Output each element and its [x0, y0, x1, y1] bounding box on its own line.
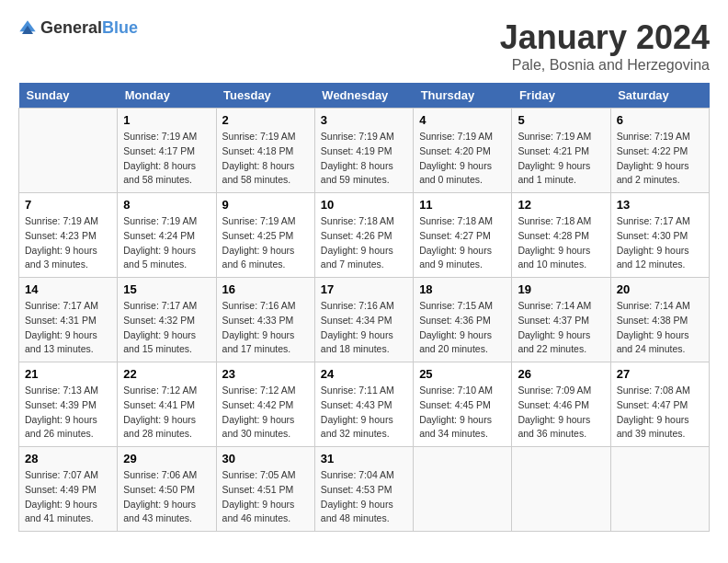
header-friday: Friday: [512, 83, 610, 109]
day-cell: 3Sunrise: 7:19 AMSunset: 4:19 PMDaylight…: [314, 109, 413, 193]
day-cell: 6Sunrise: 7:19 AMSunset: 4:22 PMDaylight…: [610, 109, 709, 193]
day-cell: [414, 447, 512, 532]
day-info: Sunrise: 7:19 AMSunset: 4:20 PMDaylight:…: [419, 130, 506, 188]
week-row-1: 1Sunrise: 7:19 AMSunset: 4:17 PMDaylight…: [19, 109, 710, 193]
day-info: Sunrise: 7:08 AMSunset: 4:47 PMDaylight:…: [617, 384, 703, 442]
day-cell: 11Sunrise: 7:18 AMSunset: 4:27 PMDayligh…: [414, 193, 512, 278]
day-number: 6: [617, 113, 703, 127]
day-cell: 18Sunrise: 7:15 AMSunset: 4:36 PMDayligh…: [414, 278, 512, 362]
day-info: Sunrise: 7:16 AMSunset: 4:34 PMDaylight:…: [321, 299, 407, 357]
day-number: 15: [123, 282, 210, 296]
header-wednesday: Wednesday: [314, 83, 413, 109]
calendar-header-row: SundayMondayTuesdayWednesdayThursdayFrid…: [19, 83, 710, 109]
day-cell: 5Sunrise: 7:19 AMSunset: 4:21 PMDaylight…: [512, 109, 610, 193]
day-number: 3: [321, 113, 407, 127]
day-cell: 7Sunrise: 7:19 AMSunset: 4:23 PMDaylight…: [19, 193, 118, 278]
day-info: Sunrise: 7:11 AMSunset: 4:43 PMDaylight:…: [321, 384, 407, 442]
page-header: GeneralBlue January 2024 Pale, Bosnia an…: [18, 18, 710, 74]
day-number: 18: [419, 282, 506, 296]
day-info: Sunrise: 7:18 AMSunset: 4:26 PMDaylight:…: [321, 214, 407, 272]
day-number: 9: [222, 198, 309, 212]
day-info: Sunrise: 7:19 AMSunset: 4:24 PMDaylight:…: [123, 214, 210, 272]
day-cell: 30Sunrise: 7:05 AMSunset: 4:51 PMDayligh…: [216, 447, 314, 532]
header-tuesday: Tuesday: [216, 83, 314, 109]
day-info: Sunrise: 7:17 AMSunset: 4:32 PMDaylight:…: [123, 299, 210, 357]
calendar-table: SundayMondayTuesdayWednesdayThursdayFrid…: [18, 83, 710, 532]
day-cell: 29Sunrise: 7:06 AMSunset: 4:50 PMDayligh…: [118, 447, 216, 532]
title-area: January 2024 Pale, Bosnia and Herzegovin…: [500, 18, 710, 74]
header-saturday: Saturday: [610, 83, 709, 109]
day-cell: 12Sunrise: 7:18 AMSunset: 4:28 PMDayligh…: [512, 193, 610, 278]
day-number: 7: [25, 198, 111, 212]
day-cell: 16Sunrise: 7:16 AMSunset: 4:33 PMDayligh…: [216, 278, 314, 362]
day-cell: 13Sunrise: 7:17 AMSunset: 4:30 PMDayligh…: [610, 193, 709, 278]
day-cell: 24Sunrise: 7:11 AMSunset: 4:43 PMDayligh…: [314, 362, 413, 447]
header-thursday: Thursday: [414, 83, 512, 109]
day-number: 30: [222, 452, 309, 465]
day-number: 16: [222, 282, 309, 296]
week-row-3: 14Sunrise: 7:17 AMSunset: 4:31 PMDayligh…: [19, 278, 710, 362]
day-number: 10: [321, 198, 407, 212]
day-cell: [610, 447, 709, 532]
day-cell: 8Sunrise: 7:19 AMSunset: 4:24 PMDaylight…: [118, 193, 216, 278]
day-number: 8: [123, 198, 210, 212]
day-cell: 22Sunrise: 7:12 AMSunset: 4:41 PMDayligh…: [118, 362, 216, 447]
day-cell: 14Sunrise: 7:17 AMSunset: 4:31 PMDayligh…: [19, 278, 118, 362]
day-cell: 15Sunrise: 7:17 AMSunset: 4:32 PMDayligh…: [118, 278, 216, 362]
day-number: 17: [321, 282, 407, 296]
day-cell: 28Sunrise: 7:07 AMSunset: 4:49 PMDayligh…: [19, 447, 118, 532]
day-number: 22: [123, 367, 210, 381]
header-monday: Monday: [118, 83, 216, 109]
day-cell: 2Sunrise: 7:19 AMSunset: 4:18 PMDaylight…: [216, 109, 314, 193]
day-cell: 4Sunrise: 7:19 AMSunset: 4:20 PMDaylight…: [414, 109, 512, 193]
day-number: 1: [123, 113, 210, 127]
day-cell: 31Sunrise: 7:04 AMSunset: 4:53 PMDayligh…: [314, 447, 413, 532]
day-info: Sunrise: 7:19 AMSunset: 4:18 PMDaylight:…: [222, 130, 309, 188]
day-cell: 27Sunrise: 7:08 AMSunset: 4:47 PMDayligh…: [610, 362, 709, 447]
logo: GeneralBlue: [18, 18, 138, 38]
day-info: Sunrise: 7:18 AMSunset: 4:27 PMDaylight:…: [419, 214, 506, 272]
day-info: Sunrise: 7:15 AMSunset: 4:36 PMDaylight:…: [419, 299, 506, 357]
day-number: 2: [222, 113, 309, 127]
location-title: Pale, Bosnia and Herzegovina: [500, 57, 710, 74]
day-info: Sunrise: 7:16 AMSunset: 4:33 PMDaylight:…: [222, 299, 309, 357]
day-info: Sunrise: 7:14 AMSunset: 4:38 PMDaylight:…: [617, 299, 703, 357]
day-number: 21: [25, 367, 111, 381]
day-number: 26: [518, 367, 604, 381]
day-cell: 19Sunrise: 7:14 AMSunset: 4:37 PMDayligh…: [512, 278, 610, 362]
day-cell: 21Sunrise: 7:13 AMSunset: 4:39 PMDayligh…: [19, 362, 118, 447]
day-info: Sunrise: 7:04 AMSunset: 4:53 PMDaylight:…: [321, 468, 407, 526]
month-title: January 2024: [500, 18, 710, 57]
logo-blue-text: Blue: [102, 18, 138, 37]
day-info: Sunrise: 7:19 AMSunset: 4:25 PMDaylight:…: [222, 214, 309, 272]
week-row-5: 28Sunrise: 7:07 AMSunset: 4:49 PMDayligh…: [19, 447, 710, 532]
day-number: 13: [617, 198, 703, 212]
week-row-2: 7Sunrise: 7:19 AMSunset: 4:23 PMDaylight…: [19, 193, 710, 278]
day-info: Sunrise: 7:07 AMSunset: 4:49 PMDaylight:…: [25, 468, 111, 526]
day-info: Sunrise: 7:13 AMSunset: 4:39 PMDaylight:…: [25, 384, 111, 442]
day-number: 5: [518, 113, 604, 127]
day-cell: 17Sunrise: 7:16 AMSunset: 4:34 PMDayligh…: [314, 278, 413, 362]
week-row-4: 21Sunrise: 7:13 AMSunset: 4:39 PMDayligh…: [19, 362, 710, 447]
day-cell: 25Sunrise: 7:10 AMSunset: 4:45 PMDayligh…: [414, 362, 512, 447]
day-cell: 26Sunrise: 7:09 AMSunset: 4:46 PMDayligh…: [512, 362, 610, 447]
day-number: 23: [222, 367, 309, 381]
logo-general-text: General: [40, 18, 102, 37]
day-info: Sunrise: 7:12 AMSunset: 4:41 PMDaylight:…: [123, 384, 210, 442]
day-number: 27: [617, 367, 703, 381]
day-number: 25: [419, 367, 506, 381]
day-cell: 20Sunrise: 7:14 AMSunset: 4:38 PMDayligh…: [610, 278, 709, 362]
day-info: Sunrise: 7:19 AMSunset: 4:21 PMDaylight:…: [518, 130, 604, 188]
day-info: Sunrise: 7:12 AMSunset: 4:42 PMDaylight:…: [222, 384, 309, 442]
day-info: Sunrise: 7:05 AMSunset: 4:51 PMDaylight:…: [222, 468, 309, 526]
day-number: 28: [25, 452, 111, 465]
day-info: Sunrise: 7:14 AMSunset: 4:37 PMDaylight:…: [518, 299, 604, 357]
day-cell: 23Sunrise: 7:12 AMSunset: 4:42 PMDayligh…: [216, 362, 314, 447]
day-info: Sunrise: 7:09 AMSunset: 4:46 PMDaylight:…: [518, 384, 604, 442]
header-sunday: Sunday: [19, 83, 118, 109]
day-cell: [512, 447, 610, 532]
day-cell: 1Sunrise: 7:19 AMSunset: 4:17 PMDaylight…: [118, 109, 216, 193]
logo-icon: [18, 19, 37, 38]
day-number: 14: [25, 282, 111, 296]
day-info: Sunrise: 7:17 AMSunset: 4:30 PMDaylight:…: [617, 214, 703, 272]
